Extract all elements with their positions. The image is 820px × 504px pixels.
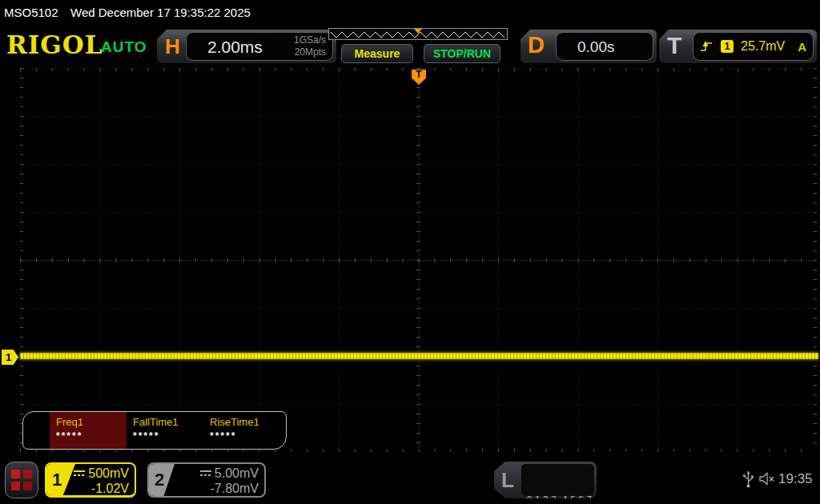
measurement-name: Freq1 — [56, 416, 127, 428]
title-bar: MSO5102 Wed December 17 19:35:22 2025 — [0, 0, 820, 24]
graticule-grid — [20, 68, 817, 452]
preview-trigger-marker-icon — [414, 29, 422, 34]
speaker-muted-icon[interactable] — [759, 472, 776, 486]
horizontal-label: H — [165, 34, 180, 59]
waveform-preview-strip[interactable] — [328, 28, 508, 40]
horizontal-panel[interactable]: H 2.00ms 1GSa/s 20Mpts — [157, 30, 336, 63]
logic-row1: 0 1 2 3 4 5 6 7 — [527, 493, 594, 504]
usb-icon — [742, 469, 754, 489]
channel1-offset: -1.02V — [74, 481, 129, 496]
channel1-button[interactable]: 1 500mV -1.02V — [45, 462, 136, 498]
sample-rate: 1GSa/s — [294, 34, 326, 46]
measurement-value: ***** — [133, 430, 203, 442]
trigger-source-badge: 1 — [721, 40, 734, 53]
channel1-trace — [20, 353, 818, 359]
waveform-display-area[interactable]: T — [20, 68, 817, 452]
logic-channels-button[interactable]: L 0 1 2 3 4 5 6 7 8 9 10 11 12 13 14 15 — [494, 462, 597, 498]
measurement-name: FallTime1 — [133, 416, 203, 428]
clock-text: 19:35 — [778, 471, 813, 487]
trigger-label: T — [667, 32, 681, 59]
channel2-number: 2 — [155, 470, 164, 490]
measurement-results-box: Freq1 ***** FallTime1 ***** RiseTime1 **… — [22, 411, 287, 450]
trigger-mode-indicator: A — [798, 40, 806, 54]
dc-coupling-icon — [74, 470, 85, 478]
channel2-button[interactable]: 2 5.00mV -7.80mV — [147, 462, 266, 498]
channel1-scale: 500mV — [88, 466, 129, 480]
trigger-panel[interactable]: T 1 25.7mV A — [659, 30, 817, 63]
measurement-cells: Freq1 ***** FallTime1 ***** RiseTime1 **… — [50, 412, 280, 449]
channel1-level-marker[interactable]: 1 — [2, 350, 18, 365]
measure-button[interactable]: Measure — [341, 44, 413, 63]
model-name: MSO5102 — [4, 6, 58, 19]
delay-panel[interactable]: D 0.00s — [521, 30, 657, 63]
channel2-offset: -7.80mV — [200, 481, 259, 496]
function-menu-button[interactable] — [5, 462, 38, 498]
logic-channel-list: 0 1 2 3 4 5 6 7 8 9 10 11 12 13 14 15 — [521, 464, 594, 496]
channel2-values: 5.00mV -7.80mV — [200, 466, 259, 496]
measurement-item-risetime1[interactable]: RiseTime1 ***** — [203, 412, 280, 449]
trigger-pill: 1 25.7mV A — [693, 32, 814, 61]
measurement-item-falltime1[interactable]: FallTime1 ***** — [127, 412, 203, 449]
trigger-level-value: 25.7mV — [741, 39, 785, 54]
timebase-value: 2.00ms — [207, 38, 263, 57]
sample-rate-info: 1GSa/s 20Mpts — [294, 34, 326, 58]
channel1-number: 1 — [52, 470, 62, 490]
channel1-values: 500mV -1.02V — [74, 466, 129, 496]
datetime-text: Wed December 17 19:35:22 2025 — [70, 6, 251, 19]
delay-value: 0.00s — [577, 38, 614, 56]
oscilloscope-screen: MSO5102 Wed December 17 19:35:22 2025 RI… — [0, 0, 820, 504]
grid-menu-icon — [11, 470, 32, 490]
delay-pill: 0.00s — [556, 32, 653, 61]
memory-depth: 20Mpts — [294, 46, 326, 58]
rigol-logo: RIGOL — [6, 30, 103, 59]
measurement-value: ***** — [56, 430, 127, 442]
logic-label: L — [501, 468, 514, 493]
horizontal-pill: 2.00ms 1GSa/s 20Mpts — [186, 32, 333, 61]
delay-label: D — [528, 32, 545, 58]
measurement-item-freq1[interactable]: Freq1 ***** — [50, 412, 127, 449]
measurement-name: RiseTime1 — [210, 416, 280, 428]
dc-coupling-icon — [200, 470, 211, 478]
stop-run-button[interactable]: STOP/RUN — [424, 44, 500, 63]
measurement-value: ***** — [210, 430, 280, 442]
acquisition-mode-badge: AUTO — [101, 38, 147, 56]
rising-edge-icon — [700, 40, 713, 53]
channel2-scale: 5.00mV — [215, 466, 259, 480]
